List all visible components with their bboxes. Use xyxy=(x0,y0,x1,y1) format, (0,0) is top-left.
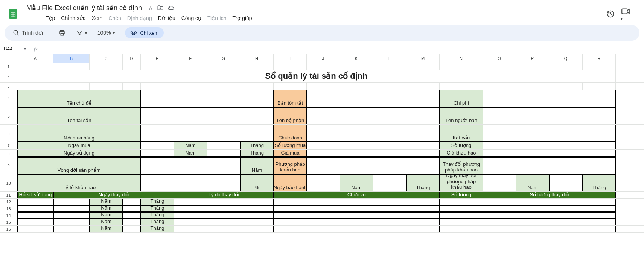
cell[interactable] xyxy=(17,63,53,70)
cell[interactable] xyxy=(174,63,207,70)
cell[interactable] xyxy=(483,90,616,107)
col-header-F[interactable]: F xyxy=(174,54,207,63)
col-header-N[interactable]: N xyxy=(440,54,483,63)
history-icon[interactable] xyxy=(606,10,615,18)
hdr-change-date[interactable]: Ngày thay đổi xyxy=(53,192,174,198)
cell[interactable] xyxy=(483,83,516,90)
label-depr-price[interactable]: Giá khấu hao xyxy=(440,150,483,157)
cell[interactable] xyxy=(174,199,274,205)
cell[interactable] xyxy=(340,83,373,90)
cell[interactable] xyxy=(123,226,141,232)
cell[interactable] xyxy=(483,205,616,212)
cell-year[interactable]: Năm xyxy=(90,226,123,232)
cell[interactable] xyxy=(17,219,53,225)
menu-định dạng[interactable]: Định dạng xyxy=(125,14,155,23)
cell-month[interactable]: Tháng xyxy=(141,219,174,225)
cell[interactable] xyxy=(141,174,240,191)
cell[interactable] xyxy=(483,107,616,124)
label-qty[interactable]: Số lượng xyxy=(440,142,483,149)
hdr-qty[interactable]: Số lượng xyxy=(440,192,483,198)
cell[interactable] xyxy=(307,125,440,142)
cell[interactable] xyxy=(549,174,583,191)
cell[interactable] xyxy=(123,63,141,70)
label-depr-method[interactable]: Phương pháp khấu hao xyxy=(274,157,307,174)
cell[interactable] xyxy=(174,219,274,225)
row-header-9[interactable]: 9 xyxy=(0,157,17,174)
cell[interactable] xyxy=(483,212,616,219)
cell-month[interactable]: Tháng xyxy=(141,205,174,212)
cell[interactable] xyxy=(240,63,274,70)
col-header-G[interactable]: G xyxy=(207,54,240,63)
row-header-5[interactable]: 5 xyxy=(0,107,17,124)
cell[interactable]: Tháng xyxy=(240,142,274,149)
star-icon[interactable]: ☆ xyxy=(148,5,153,12)
cell[interactable] xyxy=(274,226,440,232)
cell[interactable]: Năm xyxy=(240,157,274,174)
cell[interactable] xyxy=(373,63,406,70)
cell[interactable] xyxy=(307,90,440,107)
cell[interactable] xyxy=(274,83,307,90)
cell[interactable] xyxy=(483,199,616,205)
row-header-7[interactable]: 7 xyxy=(0,142,17,149)
menu-chèn[interactable]: Chèn xyxy=(106,14,123,23)
menu-dữ liệu[interactable]: Dữ liệu xyxy=(155,14,178,23)
search-menu[interactable]: Trình đơn xyxy=(9,27,49,38)
cell[interactable] xyxy=(123,199,141,205)
col-header-B[interactable]: B xyxy=(53,54,90,63)
cell[interactable] xyxy=(440,205,483,212)
label-lifecycle[interactable]: Vòng đời sản phẩm xyxy=(17,157,141,174)
cell[interactable] xyxy=(440,83,483,90)
cell[interactable] xyxy=(141,63,174,70)
cell[interactable] xyxy=(53,83,90,90)
cell-month[interactable]: Tháng xyxy=(141,226,174,232)
menu-trợ giúp[interactable]: Trợ giúp xyxy=(230,14,255,23)
cloud-icon[interactable] xyxy=(167,5,174,11)
cell[interactable] xyxy=(17,199,53,205)
cell[interactable] xyxy=(274,205,440,212)
cell-year[interactable]: Năm xyxy=(90,219,123,225)
cell[interactable]: Năm xyxy=(516,174,549,191)
cell[interactable] xyxy=(53,219,90,225)
cell[interactable]: Tháng xyxy=(406,174,440,191)
col-header-E[interactable]: E xyxy=(141,54,174,63)
row-header-16[interactable]: 16 xyxy=(0,226,17,232)
name-box[interactable]: B44 ▾ xyxy=(0,44,30,54)
cell[interactable] xyxy=(274,63,307,70)
cell[interactable] xyxy=(307,150,440,157)
cell[interactable] xyxy=(123,219,141,225)
cell[interactable] xyxy=(583,83,616,90)
cell[interactable]: Năm xyxy=(174,150,207,157)
cell[interactable] xyxy=(17,226,53,232)
cell[interactable] xyxy=(240,83,274,90)
cell[interactable] xyxy=(516,83,549,90)
col-header-J[interactable]: J xyxy=(307,54,340,63)
row-header-10[interactable]: 10 xyxy=(0,174,17,191)
cell[interactable] xyxy=(123,205,141,212)
cell[interactable] xyxy=(483,174,516,191)
col-header-R[interactable]: R xyxy=(583,54,616,63)
menu-chỉnh sửa[interactable]: Chỉnh sửa xyxy=(58,14,88,23)
cell[interactable] xyxy=(549,83,583,90)
col-header-I[interactable]: I xyxy=(274,54,307,63)
view-only-chip[interactable]: Chỉ xem xyxy=(125,27,164,38)
cell[interactable] xyxy=(141,157,240,174)
cell[interactable] xyxy=(53,212,90,219)
label-subject[interactable]: Tên chủ đề xyxy=(17,90,141,107)
cell[interactable] xyxy=(17,205,53,212)
col-header-O[interactable]: O xyxy=(483,54,516,63)
filter-button[interactable]: ▾ xyxy=(72,27,91,38)
cell[interactable] xyxy=(373,83,406,90)
cell[interactable] xyxy=(141,83,174,90)
col-header-A[interactable]: A xyxy=(17,54,53,63)
cell[interactable] xyxy=(274,199,440,205)
cell[interactable] xyxy=(17,212,53,219)
label-position[interactable]: Chức danh xyxy=(274,125,307,142)
sheet-title[interactable]: Sổ quản lý tài sản cố định xyxy=(17,70,616,82)
move-icon[interactable] xyxy=(157,5,164,11)
menu-tệp[interactable]: Tệp xyxy=(43,14,58,23)
cell[interactable] xyxy=(174,205,274,212)
cell[interactable]: Tháng xyxy=(583,174,616,191)
doc-title[interactable]: Mẫu File Excel quản lý tài sản cố định xyxy=(24,3,144,13)
hdr-role[interactable]: Chức vụ xyxy=(274,192,440,198)
meet-icon[interactable]: ▾ xyxy=(621,6,630,22)
